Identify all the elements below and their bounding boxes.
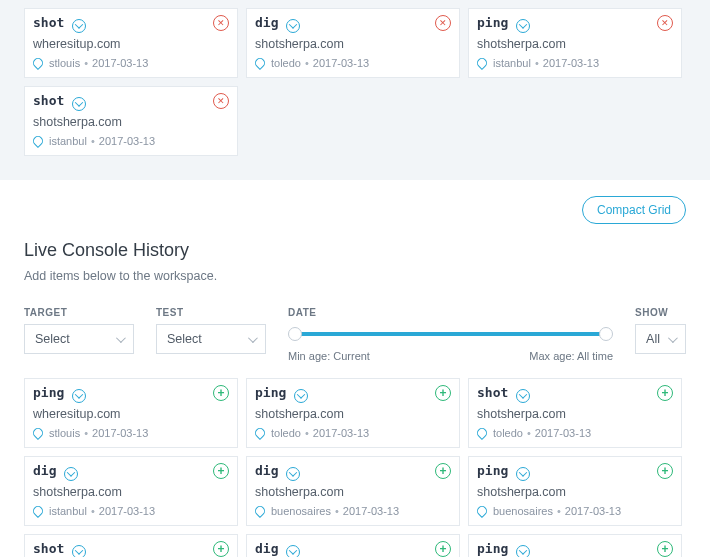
card-header: shot <box>477 385 673 401</box>
card-date: 2017-03-13 <box>565 505 621 517</box>
expand-icon[interactable] <box>516 389 530 403</box>
card-command: ping <box>33 385 64 400</box>
remove-icon[interactable] <box>435 15 451 31</box>
expand-icon[interactable] <box>516 545 530 557</box>
card-domain: wheresitup.com <box>33 407 229 421</box>
result-card[interactable]: dig shotsherpa.com <box>246 534 460 557</box>
remove-icon[interactable] <box>213 15 229 31</box>
remove-icon[interactable] <box>657 15 673 31</box>
slider-labels: Min age: Current Max age: All time <box>288 350 613 362</box>
location-pin-icon <box>253 426 267 440</box>
date-range-slider[interactable] <box>288 324 613 344</box>
location-pin-icon <box>475 56 489 70</box>
expand-icon[interactable] <box>72 389 86 403</box>
separator-dot: • <box>535 57 539 69</box>
add-icon[interactable] <box>435 463 451 479</box>
result-card[interactable]: shot wheresitup.com stlouis • 2017-03-13 <box>24 8 238 78</box>
card-location: buenosaires <box>493 505 553 517</box>
remove-icon[interactable] <box>213 93 229 109</box>
test-select-value: Select <box>167 332 202 346</box>
add-icon[interactable] <box>213 541 229 557</box>
workspace-card-grid: shot wheresitup.com stlouis • 2017-03-13… <box>24 8 686 156</box>
slider-thumb-max[interactable] <box>599 327 613 341</box>
card-header: ping <box>477 463 673 479</box>
chevron-down-icon <box>116 333 126 343</box>
result-card[interactable]: dig shotsherpa.com toledo • 2017-03-13 <box>246 8 460 78</box>
test-select[interactable]: Select <box>156 324 266 354</box>
filter-bar: TARGET Select TEST Select DATE Min age: … <box>0 307 710 362</box>
filter-test: TEST Select <box>156 307 266 354</box>
location-pin-icon <box>475 426 489 440</box>
result-card[interactable]: shot shotsherpa.com toledo • 2017-03-13 <box>468 378 682 448</box>
card-domain: shotsherpa.com <box>33 485 229 499</box>
location-pin-icon <box>31 504 45 518</box>
card-command: shot <box>33 93 64 108</box>
card-domain: shotsherpa.com <box>255 407 451 421</box>
result-card[interactable]: shot shotsherpa.com <box>24 534 238 557</box>
separator-dot: • <box>84 427 88 439</box>
add-icon[interactable] <box>657 541 673 557</box>
history-title: Live Console History <box>24 240 686 261</box>
card-location: stlouis <box>49 57 80 69</box>
separator-dot: • <box>84 57 88 69</box>
separator-dot: • <box>305 57 309 69</box>
result-card[interactable]: shot shotsherpa.com istanbul • 2017-03-1… <box>24 86 238 156</box>
card-date: 2017-03-13 <box>343 505 399 517</box>
result-card[interactable]: dig shotsherpa.com buenosaires • 2017-03… <box>246 456 460 526</box>
expand-icon[interactable] <box>294 389 308 403</box>
target-select[interactable]: Select <box>24 324 134 354</box>
filter-show-label: SHOW <box>635 307 686 318</box>
history-card-grid: ping wheresitup.com stlouis • 2017-03-13… <box>0 378 710 557</box>
card-domain: shotsherpa.com <box>477 407 673 421</box>
expand-icon[interactable] <box>72 19 86 33</box>
show-select[interactable]: All <box>635 324 686 354</box>
card-location: istanbul <box>49 505 87 517</box>
card-domain: shotsherpa.com <box>33 115 229 129</box>
card-location: toledo <box>493 427 523 439</box>
card-header: dig <box>255 15 451 31</box>
add-icon[interactable] <box>435 541 451 557</box>
expand-icon[interactable] <box>72 97 86 111</box>
result-card[interactable]: dig shotsherpa.com istanbul • 2017-03-13 <box>24 456 238 526</box>
card-date: 2017-03-13 <box>313 57 369 69</box>
card-date: 2017-03-13 <box>535 427 591 439</box>
card-meta: stlouis • 2017-03-13 <box>33 57 229 69</box>
card-date: 2017-03-13 <box>99 135 155 147</box>
add-icon[interactable] <box>213 463 229 479</box>
card-meta: toledo • 2017-03-13 <box>477 427 673 439</box>
expand-icon[interactable] <box>72 545 86 557</box>
card-header: ping <box>255 385 451 401</box>
card-location: toledo <box>271 427 301 439</box>
chevron-down-icon <box>248 333 258 343</box>
expand-icon[interactable] <box>516 19 530 33</box>
expand-icon[interactable] <box>516 467 530 481</box>
card-domain: shotsherpa.com <box>255 485 451 499</box>
result-card[interactable]: ping shotsherpa.com istanbul • 2017-03-1… <box>468 8 682 78</box>
compact-grid-button[interactable]: Compact Grid <box>582 196 686 224</box>
filter-date-label: DATE <box>288 307 613 318</box>
card-domain: wheresitup.com <box>33 37 229 51</box>
compact-grid-row: Compact Grid <box>0 180 710 224</box>
expand-icon[interactable] <box>286 545 300 557</box>
expand-icon[interactable] <box>64 467 78 481</box>
card-header: dig <box>255 541 451 557</box>
result-card[interactable]: ping shotsherpa.com buenosaires • 2017-0… <box>468 456 682 526</box>
add-icon[interactable] <box>213 385 229 401</box>
slider-thumb-min[interactable] <box>288 327 302 341</box>
result-card[interactable]: ping shotsherpa.com <box>468 534 682 557</box>
card-location: istanbul <box>49 135 87 147</box>
card-header: ping <box>33 385 229 401</box>
expand-icon[interactable] <box>286 467 300 481</box>
add-icon[interactable] <box>657 385 673 401</box>
result-card[interactable]: ping shotsherpa.com toledo • 2017-03-13 <box>246 378 460 448</box>
card-meta: toledo • 2017-03-13 <box>255 427 451 439</box>
card-command: dig <box>255 541 278 556</box>
result-card[interactable]: ping wheresitup.com stlouis • 2017-03-13 <box>24 378 238 448</box>
target-select-value: Select <box>35 332 70 346</box>
expand-icon[interactable] <box>286 19 300 33</box>
card-meta: buenosaires • 2017-03-13 <box>255 505 451 517</box>
card-domain: shotsherpa.com <box>477 37 673 51</box>
card-command: shot <box>33 541 64 556</box>
add-icon[interactable] <box>435 385 451 401</box>
add-icon[interactable] <box>657 463 673 479</box>
